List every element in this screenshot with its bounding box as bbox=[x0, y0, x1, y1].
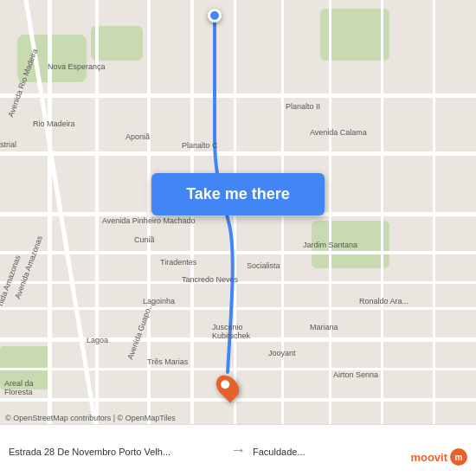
road-v9 bbox=[433, 0, 435, 424]
neighborhood-mariana: Mariana bbox=[310, 323, 338, 331]
neighborhood-jooyant: Jooyant bbox=[268, 349, 296, 357]
origin-marker bbox=[208, 9, 222, 23]
map-container: Nova Esperança Rio Madeira Aponiã Planal… bbox=[0, 0, 476, 424]
neighborhood-ronaldo: Ronaldo Ara... bbox=[359, 297, 408, 306]
neighborhood-jardim-santana: Jardim Santana bbox=[303, 241, 357, 249]
road-label-pinheiro: Avenida Pinheiro Machado bbox=[102, 216, 195, 225]
moovit-logo: moovit m bbox=[410, 448, 467, 466]
neighborhood-areal: Areal daFloresta bbox=[4, 379, 34, 396]
road-h6 bbox=[0, 307, 476, 310]
road-h9 bbox=[0, 398, 476, 402]
neighborhood-socialista: Socialista bbox=[247, 261, 280, 270]
road-label-strial: strial bbox=[0, 140, 16, 149]
neighborhood-jk: JuscenioKubitschek bbox=[212, 323, 250, 340]
road-v7 bbox=[329, 0, 331, 424]
neighborhood-tres-marias: Três Marias bbox=[147, 357, 188, 366]
neighborhood-cunia: Cuniã bbox=[134, 235, 155, 244]
neighborhood-aponia: Aponiã bbox=[125, 132, 150, 141]
neighborhood-tancredo: Tancredo Neves bbox=[182, 275, 238, 284]
take-me-there-button[interactable]: Take me there bbox=[151, 173, 325, 215]
road-h8 bbox=[0, 368, 476, 370]
road-h1 bbox=[0, 93, 476, 98]
moovit-brand-text: moovit bbox=[410, 451, 447, 464]
bottom-bar: Estrada 28 De Novembro Porto Velh... → F… bbox=[0, 424, 476, 476]
road-v8 bbox=[381, 0, 383, 424]
road-label-calama: Avenida Calama bbox=[310, 128, 367, 137]
destination-marker bbox=[218, 374, 237, 400]
neighborhood-rio-madeira: Rio Madeira bbox=[33, 119, 75, 128]
direction-arrow: → bbox=[230, 441, 246, 460]
road-h4 bbox=[0, 251, 476, 254]
neighborhood-planalto-c: Planalto C bbox=[182, 141, 218, 150]
neighborhood-lagoa: Lagoa bbox=[87, 336, 108, 344]
neighborhood-tiradentes: Tiradentes bbox=[160, 258, 196, 267]
neighborhood-planalto-ii: Planalto II bbox=[286, 102, 320, 111]
from-location: Estrada 28 De Novembro Porto Velh... bbox=[9, 443, 223, 459]
neighborhood-airton: Airton Senna bbox=[333, 370, 378, 379]
moovit-logo-icon: m bbox=[450, 448, 467, 466]
green-area-2 bbox=[91, 26, 143, 61]
road-h2 bbox=[0, 151, 476, 156]
neighborhood-nova-esperanca: Nova Esperança bbox=[48, 62, 106, 71]
map-attribution: © OpenStreetMap contributors | © OpenMap… bbox=[5, 414, 176, 422]
from-location-text: Estrada 28 De Novembro Porto Velh... bbox=[9, 447, 170, 457]
to-location-text: Faculdade... bbox=[253, 447, 306, 457]
